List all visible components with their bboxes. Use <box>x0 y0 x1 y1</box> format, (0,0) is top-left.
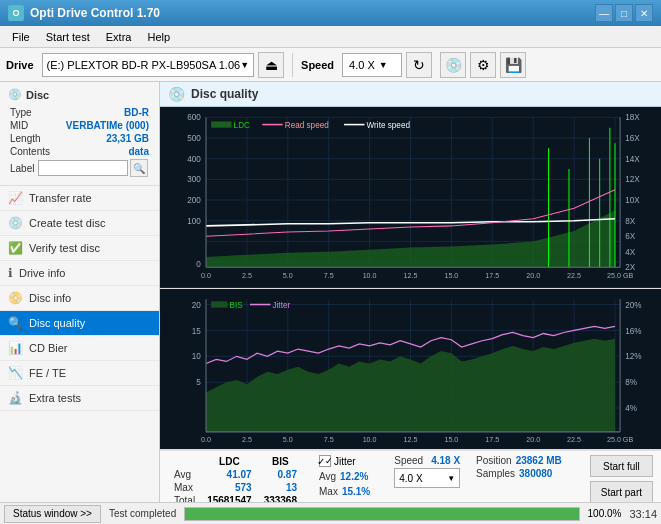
svg-text:500: 500 <box>187 134 201 143</box>
disc-label-row: Label 🔍 <box>10 159 149 177</box>
svg-text:15.0: 15.0 <box>444 435 458 444</box>
jitter-avg-val: 12.2% <box>340 471 368 482</box>
menu-extra[interactable]: Extra <box>98 29 140 45</box>
start-full-button[interactable]: Start full <box>590 455 653 477</box>
extra-tests-icon: 🔬 <box>8 391 23 405</box>
disc-icon-btn[interactable]: 💿 <box>440 52 466 78</box>
svg-text:Read speed: Read speed <box>285 121 330 130</box>
save-button[interactable]: 💾 <box>500 52 526 78</box>
svg-text:12.5: 12.5 <box>404 271 418 280</box>
disc-type-value: BD-R <box>124 107 149 118</box>
sidebar-item-transfer-rate[interactable]: 📈 Transfer rate <box>0 186 159 211</box>
svg-text:14X: 14X <box>625 155 640 164</box>
disc-contents-label: Contents <box>10 146 50 157</box>
speed-stats: Speed 4.18 X 4.0 X ▼ <box>394 455 460 488</box>
disc-label-key: Label <box>10 163 34 174</box>
svg-text:15: 15 <box>192 326 202 335</box>
svg-text:Jitter: Jitter <box>272 301 290 310</box>
sidebar-item-create-test-disc[interactable]: 💿 Create test disc <box>0 211 159 236</box>
eject-button[interactable]: ⏏ <box>258 52 284 78</box>
svg-text:10.0: 10.0 <box>363 435 377 444</box>
jitter-checkbox[interactable]: ✓ <box>319 455 331 467</box>
disc-icon: 💿 <box>8 88 22 101</box>
disc-type-label: Type <box>10 107 32 118</box>
sidebar-item-disc-quality[interactable]: 🔍 Disc quality <box>0 311 159 336</box>
start-part-button[interactable]: Start part <box>590 481 653 502</box>
svg-text:4X: 4X <box>625 248 636 257</box>
main-area: 💿 Disc Type BD-R MID VERBATIMe (000) Len… <box>0 82 661 502</box>
speed-select[interactable]: 4.0 X ▼ <box>342 53 402 77</box>
chart-bis-svg: 20 15 10 5 20% 16% 12% 8% 4% 0.0 2.5 5.0… <box>160 289 661 449</box>
svg-text:25.0 GB: 25.0 GB <box>607 435 633 444</box>
position-stats: Position 23862 MB Samples 380080 <box>476 455 562 481</box>
sidebar-item-label-disc-info: Disc info <box>29 292 71 304</box>
drive-dropdown-arrow: ▼ <box>240 60 249 70</box>
svg-text:2.5: 2.5 <box>242 271 252 280</box>
content-title: Disc quality <box>191 87 258 101</box>
sidebar-item-label-create-test-disc: Create test disc <box>29 217 105 229</box>
svg-text:12.5: 12.5 <box>404 435 418 444</box>
svg-text:5: 5 <box>196 378 201 387</box>
disc-mid-value: VERBATIMe (000) <box>66 120 149 131</box>
menu-file[interactable]: File <box>4 29 38 45</box>
svg-text:100: 100 <box>187 217 201 226</box>
sidebar-item-label-fe-te: FE / TE <box>29 367 66 379</box>
speed-dropdown-icon: ▼ <box>447 474 455 483</box>
stats-col-bis: BIS <box>258 455 303 468</box>
speed-value-row: Speed 4.18 X <box>394 455 460 466</box>
speed-stat-label: Speed <box>394 455 423 466</box>
stats-max-label: Max <box>168 481 201 494</box>
close-button[interactable]: ✕ <box>635 4 653 22</box>
sidebar-item-label-verify-test-disc: Verify test disc <box>29 242 100 254</box>
sidebar-item-verify-test-disc[interactable]: ✅ Verify test disc <box>0 236 159 261</box>
menu-start-test[interactable]: Start test <box>38 29 98 45</box>
svg-text:Write speed: Write speed <box>367 121 411 130</box>
svg-text:0.0: 0.0 <box>201 435 211 444</box>
sidebar-item-extra-tests[interactable]: 🔬 Extra tests <box>0 386 159 411</box>
samples-row: Samples 380080 <box>476 468 562 479</box>
refresh-button[interactable]: ↻ <box>406 52 432 78</box>
sidebar-item-fe-te[interactable]: 📉 FE / TE <box>0 361 159 386</box>
minimize-button[interactable]: — <box>595 4 613 22</box>
status-window-button[interactable]: Status window >> <box>4 505 101 523</box>
speed-stat-value: 4.18 X <box>431 455 460 466</box>
settings-icon-btn[interactable]: ⚙ <box>470 52 496 78</box>
disc-label-btn[interactable]: 🔍 <box>130 159 148 177</box>
speed-dropdown-val: 4.0 X <box>399 473 422 484</box>
progress-bar-fill <box>185 508 578 520</box>
disc-quality-icon: 🔍 <box>8 316 23 330</box>
svg-text:20.0: 20.0 <box>526 435 540 444</box>
stats-total-bis: 333368 <box>258 494 303 502</box>
speed-value: 4.0 X <box>349 59 375 71</box>
cd-bier-icon: 📊 <box>8 341 23 355</box>
svg-text:10: 10 <box>192 352 202 361</box>
svg-text:15.0: 15.0 <box>444 271 458 280</box>
svg-text:8%: 8% <box>625 378 637 387</box>
sidebar-item-label-disc-quality: Disc quality <box>29 317 85 329</box>
position-value: 23862 MB <box>516 455 562 466</box>
disc-info-grid: Type BD-R MID VERBATIMe (000) Length 23,… <box>4 103 155 181</box>
svg-text:10X: 10X <box>625 196 640 205</box>
sidebar-item-label-drive-info: Drive info <box>19 267 65 279</box>
svg-text:5.0: 5.0 <box>283 435 293 444</box>
drive-select[interactable]: (E:) PLEXTOR BD-R PX-LB950SA 1.06 ▼ <box>42 53 255 77</box>
svg-rect-103 <box>211 301 227 307</box>
menu-help[interactable]: Help <box>139 29 178 45</box>
svg-text:0: 0 <box>196 260 201 269</box>
svg-text:7.5: 7.5 <box>324 435 334 444</box>
speed-stat-dropdown[interactable]: 4.0 X ▼ <box>394 468 460 488</box>
sidebar-item-drive-info[interactable]: ℹ Drive info <box>0 261 159 286</box>
sidebar-item-cd-bier[interactable]: 📊 CD Bier <box>0 336 159 361</box>
chart-ldc-svg: 600 500 400 300 200 100 0 18X 16X 14X 12… <box>160 107 661 288</box>
sidebar: 💿 Disc Type BD-R MID VERBATIMe (000) Len… <box>0 82 160 502</box>
maximize-button[interactable]: □ <box>615 4 633 22</box>
svg-text:12%: 12% <box>625 352 642 361</box>
disc-label-input[interactable] <box>38 160 128 176</box>
sidebar-item-disc-info[interactable]: 📀 Disc info <box>0 286 159 311</box>
disc-mid-row: MID VERBATIMe (000) <box>10 120 149 131</box>
app-title: Opti Drive Control 1.70 <box>30 6 160 20</box>
jitter-avg-row: Avg 12.2% <box>319 471 370 482</box>
disc-length-label: Length <box>10 133 41 144</box>
toolbar: Drive (E:) PLEXTOR BD-R PX-LB950SA 1.06 … <box>0 48 661 82</box>
content-area: 💿 Disc quality <box>160 82 661 502</box>
